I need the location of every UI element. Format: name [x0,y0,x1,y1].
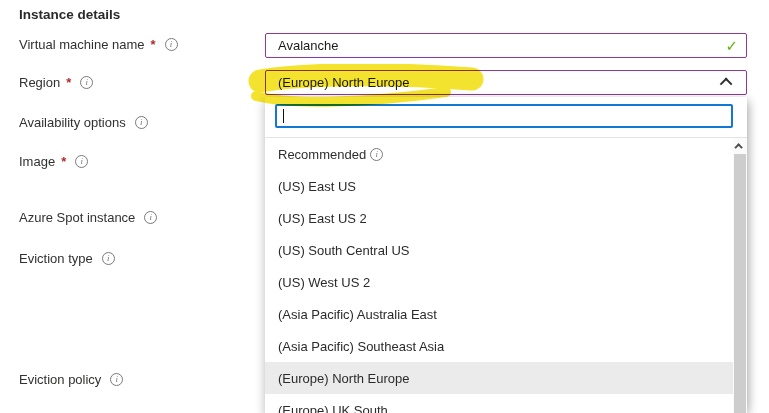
region-option[interactable]: (US) West US 2 [265,266,733,298]
info-icon[interactable] [102,252,115,265]
instance-details-form: { "section_title": "Instance details", "… [0,0,769,413]
vm-name-label: Virtual machine name [19,37,145,52]
region-option-list: Recommended (US) East US (US) East US 2 … [265,138,733,413]
region-select[interactable]: (Europe) North Europe [265,70,747,95]
region-option[interactable]: (US) South Central US [265,234,733,266]
region-option[interactable]: (Asia Pacific) Australia East [265,298,733,330]
region-option[interactable]: (US) East US 2 [265,202,733,234]
region-label-row: Region* [19,75,93,90]
eviction-type-label-row: Eviction type [19,251,115,266]
availability-options-label: Availability options [19,115,126,130]
info-icon[interactable] [75,155,88,168]
info-icon[interactable] [144,211,157,224]
valid-check-icon: ✓ [725,37,738,55]
region-search-input[interactable] [277,106,731,126]
region-option-highlighted[interactable]: (Europe) North Europe [265,362,733,394]
region-selected-value: (Europe) North Europe [266,75,723,90]
region-search-box [275,104,733,128]
scrollbar-thumb[interactable] [734,154,746,413]
scrollbar-up-button[interactable] [733,138,747,153]
region-option[interactable]: (Europe) UK South [265,394,733,413]
image-label: Image [19,154,55,169]
info-icon[interactable] [165,38,178,51]
region-option[interactable]: (US) East US [265,170,733,202]
eviction-policy-label-row: Eviction policy [19,372,123,387]
availability-label-row: Availability options [19,115,148,130]
info-icon[interactable] [370,148,383,161]
eviction-policy-label: Eviction policy [19,372,101,387]
required-asterisk: * [151,37,156,52]
required-asterisk: * [66,75,71,90]
option-group-header: Recommended [265,138,733,170]
section-title: Instance details [19,7,120,22]
dropdown-scrollbar[interactable] [733,138,747,413]
info-icon[interactable] [135,116,148,129]
vm-name-label-row: Virtual machine name* [19,37,178,52]
region-option[interactable]: (Asia Pacific) Southeast Asia [265,330,733,362]
region-label: Region [19,75,60,90]
region-dropdown-panel: Recommended (US) East US (US) East US 2 … [265,97,747,413]
spot-label-row: Azure Spot instance [19,210,157,225]
azure-spot-instance-label: Azure Spot instance [19,210,135,225]
scroll-up-arrow-icon [734,143,742,151]
eviction-type-label: Eviction type [19,251,93,266]
info-icon[interactable] [80,76,93,89]
image-label-row: Image* [19,154,88,169]
group-label: Recommended [278,147,366,162]
text-cursor [283,109,284,123]
vm-name-field: ✓ [265,33,747,58]
required-asterisk: * [61,154,66,169]
vm-name-input[interactable] [266,34,725,57]
info-icon[interactable] [110,373,123,386]
